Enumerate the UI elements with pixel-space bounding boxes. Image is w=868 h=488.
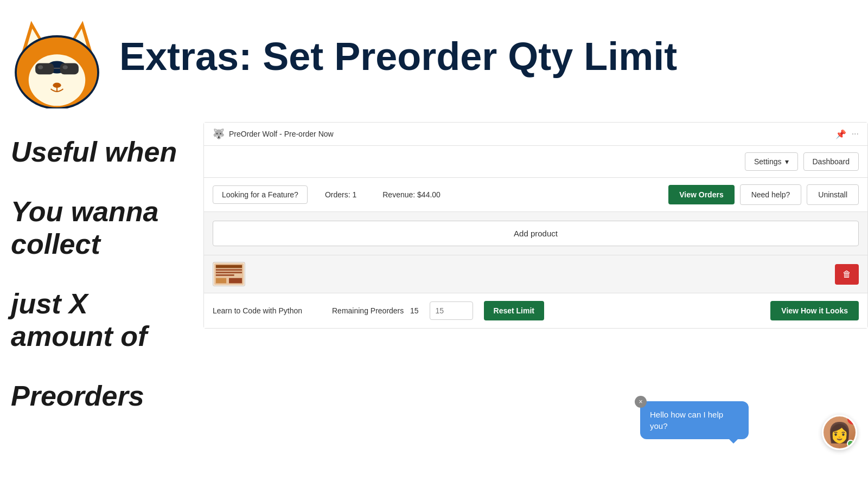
product-name: Learn to Code with Python	[213, 306, 321, 315]
pin-icon[interactable]: 📌	[835, 129, 846, 139]
app-topbar-left: 🐺 PreOrder Wolf - Pre-order Now	[213, 128, 334, 140]
app-name: PreOrder Wolf - Pre-order Now	[229, 130, 334, 138]
stats-actions: View Orders Need help? Uninstall	[668, 184, 859, 205]
left-line-3: just X amount of	[11, 287, 190, 352]
svg-rect-22	[229, 278, 242, 284]
chat-message: Hello how can I help you?	[650, 410, 723, 431]
online-indicator	[847, 440, 854, 447]
close-chat-button[interactable]: ×	[635, 396, 647, 408]
left-line-1: Useful when	[11, 136, 190, 168]
wolf-icon: 🐺	[213, 128, 225, 140]
left-panel: Useful when You wanna collect just X amo…	[0, 136, 201, 412]
svg-rect-7	[35, 63, 54, 74]
svg-rect-17	[216, 265, 242, 268]
chat-bubble: × Hello how can I help you?	[640, 401, 749, 439]
stats-bar: Looking for a Feature? Orders: 1 Revenue…	[204, 178, 867, 212]
logo	[5, 5, 108, 108]
svg-rect-21	[216, 278, 226, 284]
uninstall-button[interactable]: Uninstall	[807, 184, 859, 205]
orders-stat: Orders: 1	[316, 190, 365, 199]
header: Extras: Set Preorder Qty Limit	[0, 0, 868, 114]
left-line-2: You wanna collect	[11, 195, 190, 260]
page-title: Extras: Set Preorder Qty Limit	[119, 35, 677, 78]
app-panel: 🐺 PreOrder Wolf - Pre-order Now 📌 ··· Se…	[203, 122, 868, 329]
dashboard-button[interactable]: Dashboard	[803, 152, 859, 171]
reset-limit-button[interactable]: Reset Limit	[484, 301, 544, 320]
more-options-icon[interactable]: ···	[852, 129, 859, 139]
product-detail-row: Learn to Code with Python Remaining Preo…	[204, 293, 867, 328]
svg-rect-20	[216, 274, 234, 276]
add-product-button[interactable]: Add product	[213, 221, 859, 246]
svg-point-10	[38, 65, 43, 69]
left-line-4: Preorders	[11, 380, 190, 412]
need-help-button[interactable]: Need help?	[740, 184, 802, 205]
trash-icon: 🗑	[843, 269, 851, 279]
view-orders-button[interactable]: View Orders	[668, 185, 734, 204]
chat-avatar[interactable]: 👩 1	[822, 415, 857, 450]
delete-product-button[interactable]: 🗑	[835, 264, 859, 285]
product-thumbnail	[213, 262, 245, 286]
notification-badge: 1	[847, 415, 857, 425]
settings-bar: Settings ▾ Dashboard	[204, 146, 867, 178]
product-image-row: 🗑	[204, 255, 867, 293]
remaining-preorders-label: Remaining Preorders 15	[332, 306, 419, 315]
svg-point-11	[62, 65, 68, 69]
feature-request-button[interactable]: Looking for a Feature?	[213, 185, 308, 204]
svg-rect-8	[60, 63, 79, 74]
app-topbar: 🐺 PreOrder Wolf - Pre-order Now 📌 ···	[204, 123, 867, 146]
svg-rect-19	[216, 272, 242, 273]
add-product-area: Add product	[204, 212, 867, 255]
view-how-it-looks-button[interactable]: View How it Looks	[770, 301, 859, 320]
chevron-down-icon: ▾	[785, 157, 789, 166]
settings-button[interactable]: Settings ▾	[745, 152, 798, 171]
app-topbar-right: 📌 ···	[835, 129, 859, 139]
revenue-stat: Revenue: $44.00	[374, 190, 449, 199]
preorder-limit-input[interactable]	[430, 301, 473, 320]
settings-label: Settings	[754, 157, 782, 166]
svg-rect-18	[216, 269, 242, 271]
